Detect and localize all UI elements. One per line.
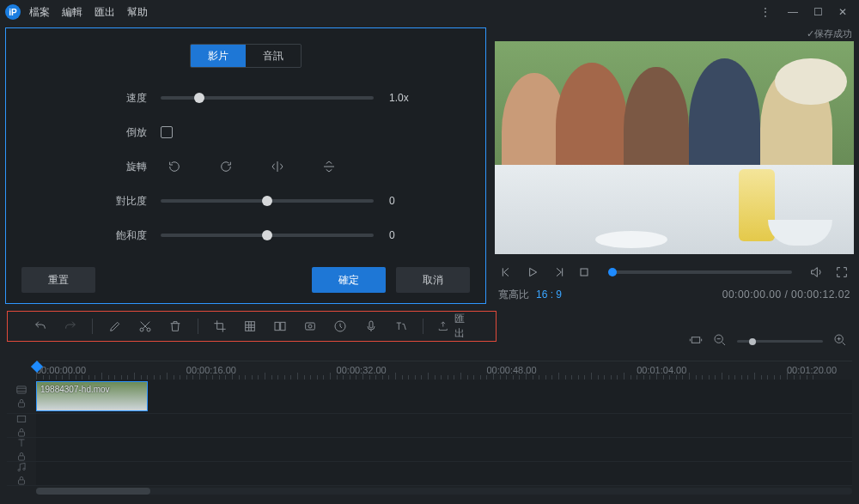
tts-button[interactable] [393, 317, 409, 336]
split-button[interactable] [272, 317, 289, 336]
text-lane[interactable] [36, 438, 852, 461]
zoom-slider[interactable] [737, 340, 823, 343]
time-ruler[interactable]: 00:00:00.0000:00:16.0000:00:32.0000:00:4… [36, 361, 852, 380]
flip-vertical-icon[interactable] [315, 156, 343, 177]
fit-button[interactable] [689, 333, 703, 349]
menu-edit[interactable]: 編輯 [62, 5, 82, 20]
contrast-label: 對比度 [99, 194, 147, 209]
flip-horizontal-icon[interactable] [264, 156, 291, 177]
video-lane[interactable]: 19884307-hd.mov [36, 380, 852, 413]
save-status: ✓保存成功 [495, 27, 854, 41]
close-button[interactable]: ✕ [838, 6, 847, 18]
edit-panel: 影片 音訊 速度 1.0x 倒放 旋轉 [5, 27, 486, 304]
time-display: 00:00:00.00 / 00:00:12.02 [722, 288, 850, 301]
zoom-button[interactable] [302, 317, 319, 336]
timeline: 00:00:00.0000:00:16.0000:00:32.0000:00:4… [7, 361, 852, 499]
svg-rect-17 [19, 455, 25, 459]
menu-file[interactable]: 檔案 [29, 5, 50, 20]
crop-button[interactable] [211, 317, 228, 336]
duration-button[interactable] [332, 317, 349, 336]
video-clip[interactable]: 19884307-hd.mov [36, 381, 148, 411]
ruler-mark: 00:01:04.00 [637, 365, 686, 375]
svg-rect-15 [17, 416, 25, 422]
export-button[interactable]: 匯出 [437, 312, 472, 341]
rotate-cw-icon[interactable] [212, 156, 240, 177]
redo-button[interactable] [62, 317, 78, 336]
playback-controls [495, 259, 854, 285]
ruler-mark: 00:00:00.00 [36, 365, 86, 375]
rotate-ccw-icon[interactable] [161, 156, 188, 177]
timeline-toolbar: 匯出 [7, 311, 497, 342]
svg-rect-6 [306, 323, 315, 330]
ruler-mark: 00:00:16.00 [186, 365, 236, 375]
mosaic-button[interactable] [242, 317, 259, 336]
zoom-out-button[interactable] [713, 333, 727, 349]
row-reverse: 倒放 [99, 121, 470, 143]
svg-rect-16 [19, 431, 25, 435]
saturation-label: 飽和度 [99, 228, 147, 243]
text-track-head[interactable] [7, 437, 36, 463]
speed-slider[interactable] [161, 96, 374, 100]
audio-track-head[interactable] [7, 461, 36, 487]
next-frame-button[interactable] [550, 264, 567, 281]
svg-rect-4 [275, 322, 279, 330]
menu-export[interactable]: 匯出 [94, 5, 115, 20]
cancel-button[interactable]: 取消 [396, 267, 470, 293]
play-button[interactable] [524, 264, 541, 281]
menu-help[interactable]: 幫助 [127, 5, 148, 20]
video-track: 19884307-hd.mov [7, 380, 852, 414]
fullscreen-button[interactable] [833, 264, 850, 281]
prev-frame-button[interactable] [498, 264, 515, 281]
reset-button[interactable]: 重置 [21, 267, 95, 293]
delete-button[interactable] [167, 317, 183, 336]
panel-tabs: 影片 音訊 [190, 44, 302, 68]
row-contrast: 對比度 0 [99, 190, 470, 212]
stop-button[interactable] [576, 264, 593, 281]
maximize-button[interactable]: ☐ [813, 6, 823, 18]
audio-lane[interactable] [36, 462, 852, 485]
more-icon[interactable]: ⋮ [760, 6, 772, 18]
svg-rect-3 [246, 322, 255, 331]
svg-point-18 [18, 469, 20, 471]
separator [92, 319, 93, 334]
aspect-value[interactable]: 16 : 9 [536, 288, 562, 301]
preview-viewport[interactable] [495, 41, 854, 254]
contrast-value: 0 [389, 195, 395, 207]
contrast-slider[interactable] [161, 199, 374, 203]
titlebar: iP 檔案 編輯 匯出 幫助 ⋮ — ☐ ✕ [0, 0, 859, 24]
overlay-lane[interactable] [36, 414, 852, 437]
minimize-button[interactable]: — [788, 6, 798, 18]
svg-rect-20 [19, 479, 25, 483]
speed-label: 速度 [99, 91, 147, 106]
ruler-mark: 00:01:20.00 [787, 365, 837, 375]
svg-rect-5 [281, 322, 285, 330]
cut-button[interactable] [137, 317, 153, 336]
window-controls: ⋮ — ☐ ✕ [760, 6, 854, 18]
audio-track [7, 462, 852, 486]
separator [423, 319, 423, 334]
volume-button[interactable] [807, 264, 825, 281]
saturation-slider[interactable] [161, 234, 374, 237]
aspect-label: 寬高比 [498, 288, 529, 302]
text-track [7, 438, 852, 462]
zoom-controls [689, 333, 847, 349]
app-logo: iP [5, 4, 21, 20]
tab-video[interactable]: 影片 [191, 45, 246, 67]
undo-button[interactable] [32, 317, 48, 336]
overlay-track-head[interactable] [7, 413, 36, 439]
ok-button[interactable]: 確定 [312, 267, 386, 293]
speed-value: 1.0x [389, 92, 409, 104]
voiceover-button[interactable] [362, 317, 379, 336]
edit-tool-button[interactable] [107, 317, 123, 336]
svg-point-19 [23, 468, 25, 470]
reverse-checkbox[interactable] [161, 126, 173, 138]
saturation-value: 0 [389, 229, 395, 241]
timeline-scrollbar[interactable] [36, 488, 852, 495]
zoom-in-button[interactable] [833, 333, 847, 349]
video-track-head[interactable] [7, 384, 36, 410]
row-speed: 速度 1.0x [99, 87, 470, 109]
reverse-label: 倒放 [99, 125, 147, 140]
tab-audio[interactable]: 音訊 [246, 45, 301, 67]
separator [198, 319, 198, 334]
playback-slider[interactable] [608, 270, 792, 274]
